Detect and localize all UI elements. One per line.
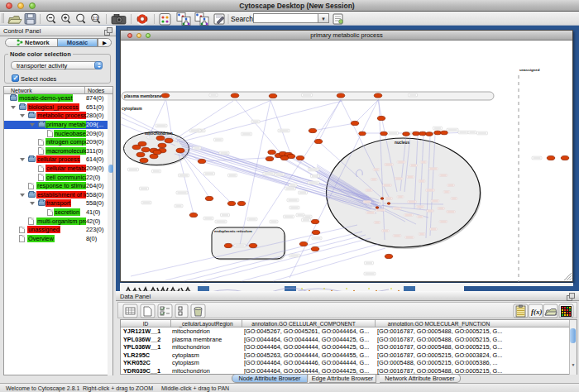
svg-text:f(x): f(x) [531, 308, 543, 316]
svg-text:mitochondrion: mitochondrion [145, 131, 173, 136]
svg-text:plasma membrane: plasma membrane [124, 93, 162, 98]
svg-text:unassigned: unassigned [519, 68, 540, 72]
svg-text:cytoplasm: cytoplasm [122, 106, 142, 111]
svg-text:endoplasmic reticulum: endoplasmic reticulum [214, 229, 252, 233]
svg-text:nucleus: nucleus [395, 141, 409, 145]
svg-text:1:1: 1:1 [93, 17, 98, 21]
